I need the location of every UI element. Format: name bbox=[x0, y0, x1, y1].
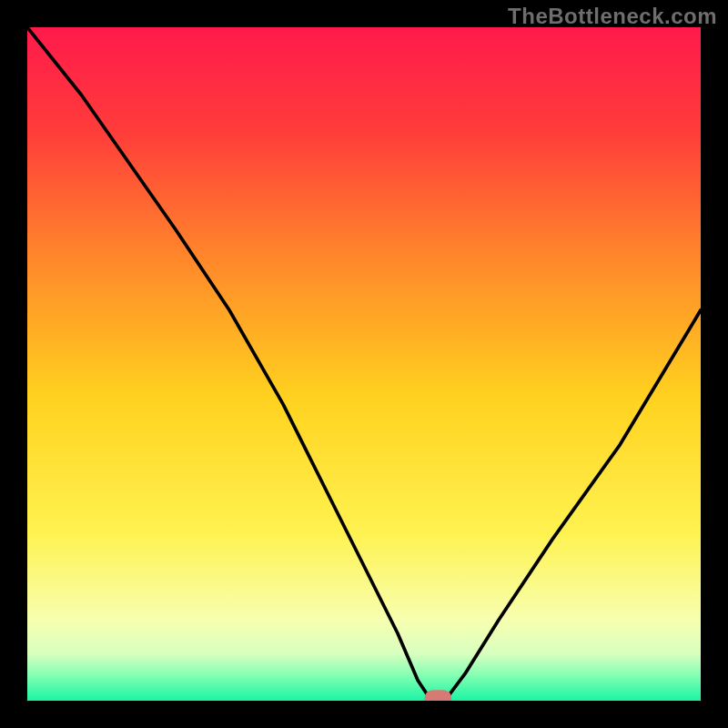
chart-frame: TheBottleneck.com bbox=[0, 0, 728, 728]
plot-area bbox=[27, 27, 701, 701]
watermark-text: TheBottleneck.com bbox=[508, 4, 717, 29]
svg-rect-1 bbox=[425, 690, 452, 701]
minimum-marker bbox=[27, 27, 701, 701]
